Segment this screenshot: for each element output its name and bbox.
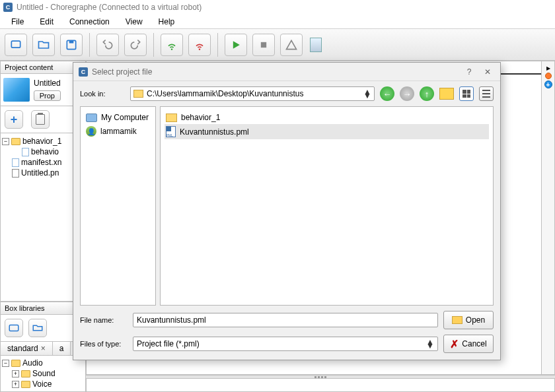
- trash-icon: [36, 114, 45, 125]
- properties-button[interactable]: Prop: [34, 90, 61, 101]
- new-lib-button[interactable]: [5, 319, 23, 337]
- grid-view-button[interactable]: [459, 86, 474, 101]
- file-type-select[interactable]: Project file (*.pml) ▲▼: [133, 337, 438, 351]
- lib-row-voice[interactable]: +Voice: [2, 379, 84, 389]
- app-icon: C: [3, 3, 13, 12]
- files-pane[interactable]: behavior_1 Kuvantunnistus.pml: [160, 106, 494, 306]
- nav-back-button[interactable]: ←: [380, 86, 394, 101]
- tree-row-behavior-folder[interactable]: −behavior_1: [2, 136, 84, 147]
- dialog-title: Select project file: [92, 67, 152, 77]
- nav-forward-button[interactable]: →: [400, 86, 414, 101]
- file-icon: [12, 169, 19, 178]
- menu-edit[interactable]: Edit: [32, 15, 61, 28]
- lib-row-sound[interactable]: +Sound: [2, 368, 84, 379]
- file-item-pml[interactable]: Kuvantunnistus.pml: [165, 124, 489, 139]
- orange-dot-icon[interactable]: [545, 73, 552, 79]
- svg-rect-0: [11, 41, 20, 48]
- plus-icon: +: [11, 113, 18, 127]
- new-project-button[interactable]: [5, 34, 27, 56]
- file-dialog: C Select project file ? ✕ Look in: C:\Us…: [73, 62, 501, 360]
- svg-rect-5: [261, 42, 266, 47]
- grid-icon: [462, 90, 470, 98]
- folder-icon: [21, 370, 30, 377]
- delete-button[interactable]: [31, 110, 50, 129]
- menu-bar: File Edit Connection View Help: [0, 15, 555, 29]
- dropdown-icon[interactable]: ▲▼: [426, 340, 434, 348]
- close-icon[interactable]: ×: [41, 344, 46, 353]
- tree-row-manifest[interactable]: manifest.xn: [2, 157, 84, 168]
- debug-button[interactable]: [280, 34, 303, 56]
- tree-row-behavior-file[interactable]: behavio: [2, 147, 84, 157]
- cancel-icon: ✗: [450, 338, 459, 350]
- expander-icon[interactable]: +: [12, 381, 19, 388]
- tab-standard[interactable]: standard×: [1, 342, 53, 355]
- volume-indicator-icon: [310, 38, 322, 52]
- menu-view[interactable]: View: [118, 15, 151, 28]
- current-path: C:\Users\lammamik\Desktop\Kuvantunnistus: [147, 89, 303, 98]
- gutter-marker-icon: ▶: [546, 65, 550, 71]
- tab-a[interactable]: a: [53, 342, 71, 355]
- disconnect-button[interactable]: [188, 34, 211, 56]
- cancel-button[interactable]: ✗Cancel: [443, 335, 494, 353]
- dropdown-icon[interactable]: ▲▼: [363, 90, 371, 98]
- svg-point-4: [199, 48, 201, 50]
- file-icon: [12, 158, 19, 167]
- project-name: Untitled: [34, 79, 61, 88]
- undo-button[interactable]: [96, 34, 119, 56]
- computer-icon: [86, 114, 97, 122]
- look-in-row: Look in: C:\Users\lammamik\Desktop\Kuvan…: [80, 86, 494, 101]
- folder-icon: [11, 138, 20, 145]
- dialog-help-button[interactable]: ?: [462, 66, 476, 78]
- list-icon: [482, 90, 490, 98]
- file-name-label: File name:: [80, 316, 128, 324]
- look-in-label: Look in:: [80, 90, 125, 98]
- redo-button[interactable]: [124, 34, 147, 56]
- places-pane[interactable]: My Computer 👤lammamik: [80, 106, 156, 306]
- dialog-close-button[interactable]: ✕: [480, 66, 495, 78]
- folder-icon: [166, 114, 177, 122]
- pml-file-icon: [166, 126, 176, 137]
- dialog-app-icon: C: [79, 67, 88, 77]
- menu-file[interactable]: File: [3, 15, 32, 28]
- list-view-button[interactable]: [479, 86, 494, 101]
- right-gutter: ▶ +: [542, 61, 555, 375]
- bottom-panel: [86, 379, 555, 392]
- open-button[interactable]: Open: [443, 311, 494, 329]
- add-button[interactable]: +: [5, 110, 23, 129]
- main-toolbar: [0, 29, 555, 61]
- svg-point-3: [171, 48, 173, 50]
- folder-icon: [21, 381, 30, 388]
- project-cube-icon: [3, 78, 30, 102]
- folder-icon: [133, 90, 143, 98]
- title-bar: C Untitled - Choregraphe (Connected to a…: [0, 0, 555, 15]
- nav-up-button[interactable]: ↑: [420, 86, 434, 101]
- file-icon: [22, 148, 29, 156]
- window-title: Untitled - Choregraphe (Connected to a v…: [17, 3, 202, 12]
- open-project-button[interactable]: [32, 34, 55, 56]
- tree-row-untitled-pml[interactable]: Untitled.pn: [2, 168, 84, 178]
- file-name-input[interactable]: [133, 313, 438, 327]
- play-button[interactable]: [225, 34, 247, 56]
- new-folder-button[interactable]: [439, 88, 454, 100]
- open-lib-button[interactable]: [28, 319, 47, 337]
- file-item-behavior-folder[interactable]: behavior_1: [165, 111, 489, 124]
- boxlib-tree[interactable]: −Audio +Sound +Voice: [0, 356, 86, 392]
- folder-icon: [11, 360, 20, 367]
- menu-help[interactable]: Help: [151, 15, 183, 28]
- user-icon: 👤: [86, 126, 96, 137]
- place-my-computer[interactable]: My Computer: [85, 111, 151, 124]
- expander-icon[interactable]: +: [12, 370, 19, 377]
- stop-button[interactable]: [252, 34, 275, 56]
- expander-icon[interactable]: −: [2, 138, 9, 145]
- menu-connection[interactable]: Connection: [61, 15, 118, 28]
- dialog-title-bar[interactable]: C Select project file ? ✕: [73, 63, 500, 81]
- lib-row-audio[interactable]: −Audio: [2, 358, 84, 368]
- file-type-label: Files of type:: [80, 340, 128, 348]
- path-combo[interactable]: C:\Users\lammamik\Desktop\Kuvantunnistus…: [130, 86, 375, 101]
- connect-button[interactable]: [161, 34, 183, 56]
- blue-add-icon[interactable]: +: [544, 81, 552, 88]
- place-user[interactable]: 👤lammamik: [85, 124, 151, 139]
- expander-icon[interactable]: −: [2, 360, 9, 367]
- open-folder-icon: [452, 316, 462, 324]
- save-project-button[interactable]: [60, 34, 83, 56]
